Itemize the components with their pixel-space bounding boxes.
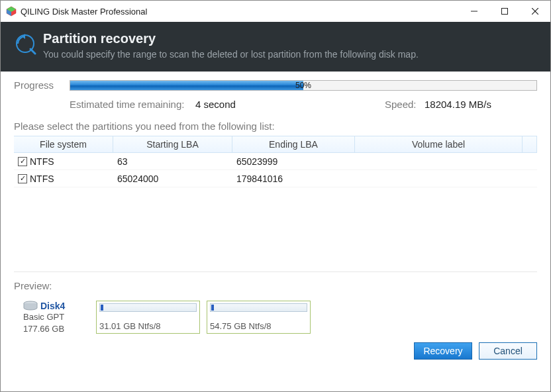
window-controls (459, 1, 550, 22)
grid-body: ✓NTFS6365023999✓NTFS65024000179841016 (14, 153, 537, 272)
eta-value: 4 second (195, 99, 285, 110)
preview-area: Disk4 Basic GPT 177.66 GB 31.01 GB Ntfs/… (14, 301, 537, 334)
svg-line-9 (30, 49, 35, 54)
recovery-button[interactable]: Recovery (414, 342, 472, 360)
footer: Recovery Cancel (1, 334, 550, 368)
col-file-system[interactable]: File system (14, 136, 113, 152)
page-title: Partition recovery (43, 31, 419, 46)
disk-summary: Disk4 Basic GPT 177.66 GB (23, 301, 89, 334)
svg-rect-4 (502, 9, 508, 15)
close-button[interactable] (520, 1, 550, 22)
speed-label: Speed: (385, 99, 425, 110)
disk-size: 177.66 GB (23, 323, 89, 335)
eta-label: Estimated time remaining: (70, 99, 195, 110)
progress-percent: 50% (295, 81, 311, 90)
progress-row: Progress 50% (14, 79, 537, 91)
titlebar: QILING Disk Master Professional (1, 1, 550, 22)
recovery-icon (14, 32, 36, 55)
preview-label: Preview: (14, 280, 537, 291)
disk-type: Basic GPT (23, 311, 89, 323)
row-end: 179841016 (232, 173, 355, 184)
app-icon (6, 6, 17, 17)
partition-box[interactable]: 54.75 GB Ntfs/8 (207, 301, 311, 334)
col-scroll-pad (523, 136, 537, 152)
progress-label: Progress (14, 79, 60, 91)
partition-grid: File system Starting LBA Ending LBA Volu… (14, 136, 537, 272)
partition-bar (99, 303, 197, 312)
partition-bar (210, 303, 307, 312)
table-row[interactable]: ✓NTFS6365023999 (14, 153, 537, 170)
table-row[interactable]: ✓NTFS65024000179841016 (14, 170, 537, 187)
row-checkbox[interactable]: ✓ (18, 157, 27, 166)
row-fs: NTFS (30, 173, 54, 184)
progress-bar: 50% (70, 80, 537, 91)
stats-row: Estimated time remaining: 4 second Speed… (14, 99, 537, 110)
row-start: 63 (113, 156, 232, 167)
partition-label: 54.75 GB Ntfs/8 (210, 321, 307, 331)
svg-marker-8 (22, 34, 25, 39)
maximize-button[interactable] (489, 1, 520, 22)
instruction-text: Please select the partitions you need fr… (14, 121, 537, 132)
speed-value: 18204.19 MB/s (425, 99, 537, 110)
partition-box[interactable]: 31.01 GB Ntfs/8 (96, 301, 200, 334)
row-fs: NTFS (30, 156, 54, 167)
row-start: 65024000 (113, 173, 232, 184)
page-subtitle: You could specify the range to scan the … (43, 49, 419, 60)
col-ending-lba[interactable]: Ending LBA (232, 136, 355, 152)
grid-header: File system Starting LBA Ending LBA Volu… (14, 136, 537, 153)
disk-name: Disk4 (40, 301, 65, 311)
window-title: QILING Disk Master Professional (21, 7, 459, 17)
minimize-button[interactable] (459, 1, 489, 22)
disk-icon (23, 301, 38, 311)
partition-label: 31.01 GB Ntfs/8 (99, 321, 197, 331)
header-band: Partition recovery You could specify the… (1, 22, 550, 72)
cancel-button[interactable]: Cancel (479, 342, 537, 360)
col-volume-label[interactable]: Volume label (355, 136, 523, 152)
progress-fill (70, 81, 303, 90)
col-starting-lba[interactable]: Starting LBA (113, 136, 232, 152)
row-checkbox[interactable]: ✓ (18, 174, 27, 183)
row-end: 65023999 (232, 156, 355, 167)
